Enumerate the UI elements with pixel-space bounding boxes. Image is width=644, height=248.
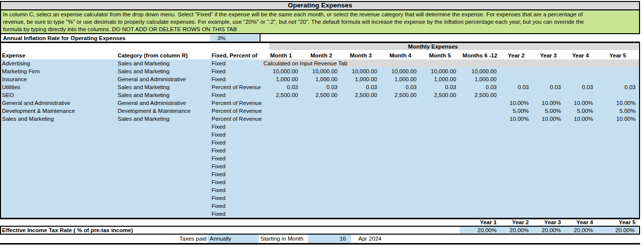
calculator-dropdown-cell[interactable]: Fixed	[210, 75, 260, 83]
year-value-cell[interactable]: 5.00%	[532, 107, 564, 115]
year-value-cell[interactable]	[564, 67, 597, 75]
month-value-cell[interactable]: 1,000.00	[301, 75, 341, 83]
tax-rate-year-3-cell[interactable]: 20.00%	[532, 227, 564, 234]
calculator-dropdown-cell[interactable]: Fixed	[210, 202, 260, 210]
month-value-cell[interactable]	[420, 115, 460, 123]
calculator-dropdown-cell[interactable]: Fixed	[210, 67, 260, 75]
expense-name-cell[interactable]: SEO	[0, 91, 116, 99]
year-value-cell[interactable]: 10.00%	[564, 115, 597, 123]
month-value-cell[interactable]: 0.03	[381, 83, 420, 91]
expense-name-cell[interactable]	[0, 202, 116, 210]
tax-rate-year-4-cell[interactable]: 20.00%	[564, 227, 597, 234]
taxes-paid-dropdown-cell[interactable]: Annually	[208, 235, 258, 243]
month-value-cell[interactable]: 2,500.00	[341, 91, 381, 99]
category-cell[interactable]: Development & Maintenance	[116, 107, 210, 115]
category-cell[interactable]: Sales and Marketing	[116, 91, 210, 99]
month-value-cell[interactable]	[460, 99, 500, 107]
category-cell[interactable]	[116, 162, 210, 170]
expense-row[interactable]: Fixed	[0, 162, 640, 170]
month-value-cell[interactable]: 2,500.00	[460, 91, 500, 99]
expense-name-cell[interactable]	[0, 131, 116, 139]
year-value-cell[interactable]: 0.03	[564, 83, 597, 91]
year-value-cell[interactable]: 10.00%	[597, 115, 639, 123]
year-value-cell[interactable]: 5.00%	[500, 107, 532, 115]
month-value-cell[interactable]: 1,000.00	[341, 75, 381, 83]
year-value-cell[interactable]	[597, 75, 639, 83]
expense-name-cell[interactable]: Utilities	[0, 83, 116, 91]
category-cell[interactable]: General and Administrative	[116, 75, 210, 83]
expense-name-cell[interactable]: Insurance	[0, 75, 116, 83]
expense-name-cell[interactable]	[0, 170, 116, 178]
expense-row[interactable]: Fixed	[0, 194, 640, 202]
category-cell[interactable]: General and Administrative	[116, 99, 210, 107]
month-value-cell[interactable]: 10,000.00	[381, 67, 420, 75]
month-value-cell[interactable]	[260, 107, 301, 115]
calculator-dropdown-cell[interactable]: Percent of Revenue	[210, 115, 260, 123]
month-value-cell[interactable]	[260, 115, 301, 123]
expense-name-cell[interactable]: Development & Maintenance	[0, 107, 116, 115]
year-value-cell[interactable]: 10.00%	[597, 99, 639, 107]
expense-name-cell[interactable]	[0, 154, 116, 162]
category-cell[interactable]	[116, 123, 210, 131]
month-value-cell[interactable]: 10,000.00	[460, 67, 500, 75]
calculator-dropdown-cell[interactable]: Fixed	[210, 186, 260, 194]
month-value-cell[interactable]: 0.03	[341, 83, 381, 91]
category-cell[interactable]: Sales and Marketing	[116, 115, 210, 123]
month-value-cell[interactable]: 0.03	[260, 83, 301, 91]
category-cell[interactable]	[116, 194, 210, 202]
inflation-rate-input-cell[interactable]: 3%	[210, 35, 258, 42]
expense-row[interactable]: Fixed	[0, 178, 640, 186]
month-value-cell[interactable]: 0.03	[460, 83, 500, 91]
expense-row[interactable]: Fixed	[0, 210, 640, 218]
category-cell[interactable]: Sales and Marketing	[116, 59, 210, 67]
year-value-cell[interactable]	[532, 75, 564, 83]
expense-name-cell[interactable]: General and Administrative	[0, 99, 116, 107]
category-cell[interactable]	[116, 131, 210, 139]
month-value-cell[interactable]: 0.03	[420, 83, 460, 91]
month-value-cell[interactable]	[381, 115, 420, 123]
month-value-cell[interactable]: 2,500.00	[420, 91, 460, 99]
year-value-cell[interactable]	[597, 91, 639, 99]
month-value-cell[interactable]	[301, 107, 341, 115]
month-value-cell[interactable]	[301, 99, 341, 107]
month-value-cell[interactable]	[381, 107, 420, 115]
expense-name-cell[interactable]	[0, 123, 116, 131]
month-value-cell[interactable]: 2,500.00	[381, 91, 420, 99]
expense-row[interactable]: Fixed	[0, 131, 640, 139]
calculator-dropdown-cell[interactable]: Percent of Revenue	[210, 99, 260, 107]
year-value-cell[interactable]: 0.03	[500, 83, 532, 91]
expense-row[interactable]: Fixed	[0, 170, 640, 178]
calculator-dropdown-cell[interactable]: Fixed	[210, 170, 260, 178]
starting-month-input-cell[interactable]: 16	[308, 235, 351, 243]
month-value-cell[interactable]	[420, 99, 460, 107]
calculator-dropdown-cell[interactable]: Fixed	[210, 194, 260, 202]
year-value-cell[interactable]	[564, 91, 597, 99]
month-value-cell[interactable]	[341, 99, 381, 107]
calculator-dropdown-cell[interactable]: Fixed	[210, 131, 260, 139]
year-value-cell[interactable]	[597, 67, 639, 75]
month-value-cell[interactable]: 1,000.00	[260, 75, 301, 83]
year-value-cell[interactable]	[500, 67, 532, 75]
month-value-cell[interactable]: 10,000.00	[420, 67, 460, 75]
calculator-dropdown-cell[interactable]: Percent of Revenue	[210, 107, 260, 115]
year-value-cell[interactable]: 0.03	[532, 83, 564, 91]
month-value-cell[interactable]: 1,000.00	[460, 75, 500, 83]
category-cell[interactable]	[116, 147, 210, 154]
calculator-dropdown-cell[interactable]: Fixed	[210, 147, 260, 154]
expense-name-cell[interactable]: Marketing Firm	[0, 67, 116, 75]
year-value-cell[interactable]	[564, 75, 597, 83]
category-cell[interactable]	[116, 178, 210, 186]
expense-name-cell[interactable]	[0, 162, 116, 170]
month-value-cell[interactable]: 1,000.00	[420, 75, 460, 83]
month-value-cell[interactable]: 1,000.00	[381, 75, 420, 83]
category-cell[interactable]: Sales and Marketing	[116, 83, 210, 91]
tax-rate-year-1-cell[interactable]: 20.00%	[460, 227, 500, 234]
month-value-cell[interactable]	[341, 115, 381, 123]
month-value-cell[interactable]	[301, 115, 341, 123]
expense-name-cell[interactable]	[0, 210, 116, 218]
year-value-cell[interactable]: 5.00%	[564, 107, 597, 115]
month-value-cell[interactable]: 10,000.00	[341, 67, 381, 75]
year-value-cell[interactable]: 10.00%	[500, 115, 532, 123]
expense-name-cell[interactable]	[0, 178, 116, 186]
month-value-cell[interactable]: 2,500.00	[260, 91, 301, 99]
